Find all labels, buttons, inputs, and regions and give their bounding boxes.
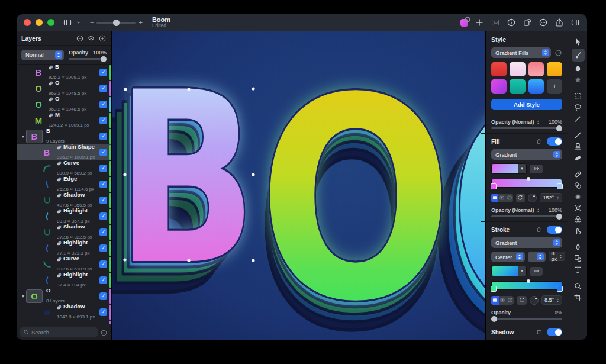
fill-opacity-slider[interactable]: [491, 215, 562, 217]
group-chevron-icon[interactable]: ▾: [20, 134, 26, 139]
fill-angle-field[interactable]: 152°: [540, 193, 562, 202]
toggle-right-panel-icon[interactable]: [570, 18, 580, 27]
zoom-slider[interactable]: [96, 22, 136, 24]
fill-gradient-flip-icon[interactable]: [530, 165, 543, 173]
pen-tool-icon[interactable]: [572, 241, 585, 253]
stroke-gradient-cycle-icon[interactable]: [517, 296, 527, 305]
layer-row[interactable]: Highlight77.1 × 323.3 px✓: [17, 240, 111, 256]
layer-visibility-checkbox[interactable]: ✓: [99, 292, 107, 300]
stroke-width-field[interactable]: 8 px: [549, 252, 566, 261]
paint-tool-icon[interactable]: [572, 63, 585, 74]
more-tools-icon[interactable]: [572, 308, 585, 320]
style-swatch[interactable]: [547, 62, 562, 76]
layer-visibility-checkbox[interactable]: ✓: [99, 133, 107, 140]
fill-gradient-swatch[interactable]: ▾: [491, 163, 527, 174]
stroke-line-style-select[interactable]: [528, 252, 546, 262]
clone-tool-icon[interactable]: [572, 180, 585, 191]
fill-gradient-cycle-icon[interactable]: [516, 194, 526, 202]
shadow-delete-icon[interactable]: [536, 328, 542, 336]
style-swatch[interactable]: [491, 62, 507, 76]
layer-row[interactable]: Shadow1047.8 × 693.1 px✓: [17, 304, 111, 320]
fill-gradient-midpoint[interactable]: [527, 177, 530, 181]
layer-visibility-checkbox[interactable]: ✓: [99, 101, 107, 108]
fill-gradient-bar[interactable]: [491, 179, 562, 188]
stroke-gradient-swatch[interactable]: ▾: [491, 266, 527, 276]
layer-visibility-checkbox[interactable]: ✓: [99, 117, 107, 124]
sidebar-chevron-icon[interactable]: [76, 18, 82, 27]
style-swatch[interactable]: [510, 79, 525, 94]
layer-visibility-checkbox[interactable]: ✓: [99, 260, 107, 268]
stroke-gradient-stop-left[interactable]: [491, 286, 497, 292]
stroke-angle-knob[interactable]: [530, 296, 539, 305]
line-tool-icon[interactable]: [572, 130, 585, 141]
stroke-opacity-knob[interactable]: [491, 316, 497, 322]
stroke-delete-icon[interactable]: [536, 226, 542, 233]
fill-gradient-stop-left[interactable]: [491, 183, 497, 189]
layer-row[interactable]: Main Shape✓: [17, 320, 111, 324]
stamp-tool-icon[interactable]: [572, 141, 585, 152]
layer-row[interactable]: Highlight37.4 × 104 px✓: [17, 272, 111, 288]
layer-row[interactable]: BMain Shape926.2 × 1009.1 px✓: [17, 144, 111, 160]
shadow-toggle[interactable]: [547, 328, 562, 336]
info-icon[interactable]: [507, 18, 516, 27]
more-options-icon[interactable]: [539, 18, 548, 27]
layer-row[interactable]: Curve830.9 × 589.2 px✓: [17, 160, 111, 176]
style-preset-select[interactable]: Gradient Fills: [491, 47, 551, 58]
angle-gradient-icon[interactable]: [505, 194, 512, 202]
group-chevron-icon[interactable]: ▾: [20, 294, 26, 299]
radial-gradient-icon[interactable]: [499, 296, 507, 305]
radial-gradient-icon[interactable]: [498, 194, 505, 202]
stroke-angle-field[interactable]: 8.5°: [541, 295, 562, 305]
layer-visibility-checkbox[interactable]: ✓: [99, 228, 107, 236]
layer-group-row[interactable]: ▾OO8 Layers✓: [17, 288, 111, 304]
layer-visibility-checkbox[interactable]: ✓: [99, 308, 107, 316]
add-style-button[interactable]: Add Style: [491, 99, 562, 110]
share-icon[interactable]: [555, 18, 564, 27]
layer-row[interactable]: OO963.2 × 1048.5 px✓: [17, 80, 111, 96]
layer-row[interactable]: OO963.2 × 1048.5 px✓: [17, 96, 111, 112]
fill-angle-knob[interactable]: [528, 194, 537, 202]
canvas[interactable]: O O O O O O O O O B: [112, 31, 485, 340]
stroke-type-select[interactable]: Gradient: [491, 237, 562, 248]
minimize-button[interactable]: [36, 19, 43, 26]
quick-select-tool-icon[interactable]: [572, 113, 585, 124]
stroke-position-select[interactable]: Center: [491, 252, 525, 262]
layer-visibility-checkbox[interactable]: ✓: [99, 85, 107, 92]
layer-options-icon[interactable]: [87, 34, 95, 43]
linear-gradient-icon[interactable]: [491, 296, 499, 305]
layer-group-row[interactable]: ▾BB9 Layers✓: [17, 128, 111, 144]
layer-row[interactable]: Shadow372.6 × 322.5 px✓: [17, 224, 111, 240]
layer-visibility-checkbox[interactable]: ✓: [99, 149, 107, 156]
eraser-tool-icon[interactable]: [572, 152, 585, 163]
boom-artwork[interactable]: O O O O O O O O O B: [112, 38, 485, 340]
layer-visibility-checkbox[interactable]: ✓: [99, 276, 107, 284]
fill-type-select[interactable]: Gradient: [491, 149, 562, 160]
zoom-tool-icon[interactable]: [572, 281, 585, 292]
remove-layer-icon[interactable]: [76, 34, 84, 43]
add-swatch-button[interactable]: +: [547, 79, 562, 94]
layer-row[interactable]: Highlight83.3 × 357.3 px✓: [17, 208, 111, 224]
blur-tool-icon[interactable]: [572, 191, 585, 202]
insert-shape-icon[interactable]: [460, 19, 468, 27]
text-tool-icon[interactable]: [572, 264, 585, 275]
style-swatch[interactable]: [510, 62, 525, 76]
layer-visibility-checkbox[interactable]: ✓: [99, 181, 107, 188]
zoom-in-button[interactable]: +: [138, 20, 142, 26]
blend-mode-select[interactable]: Normal: [21, 50, 64, 60]
transform-icon[interactable]: [523, 18, 532, 27]
close-button[interactable]: [24, 19, 31, 26]
style-swatch[interactable]: [491, 79, 507, 94]
zoom-slider-knob[interactable]: [113, 20, 120, 26]
layer-row[interactable]: MM1243.2 × 1009.1 px✓: [17, 112, 111, 128]
layer-visibility-checkbox[interactable]: ✓: [99, 212, 107, 220]
star-shape-tool-icon[interactable]: [572, 74, 585, 85]
layer-visibility-checkbox[interactable]: ✓: [99, 244, 107, 252]
layer-visibility-checkbox[interactable]: ✓: [99, 197, 107, 204]
layer-opacity-knob[interactable]: [556, 125, 562, 131]
layer-visibility-checkbox[interactable]: ✓: [99, 69, 107, 76]
stroke-opacity-slider[interactable]: [491, 318, 562, 320]
stroke-gradient-flip-icon[interactable]: [530, 267, 543, 276]
crop-tool-icon[interactable]: [572, 292, 585, 303]
layer-row[interactable]: BB926.2 × 1009.1 px✓: [17, 65, 111, 80]
filter-icon[interactable]: [100, 328, 108, 336]
